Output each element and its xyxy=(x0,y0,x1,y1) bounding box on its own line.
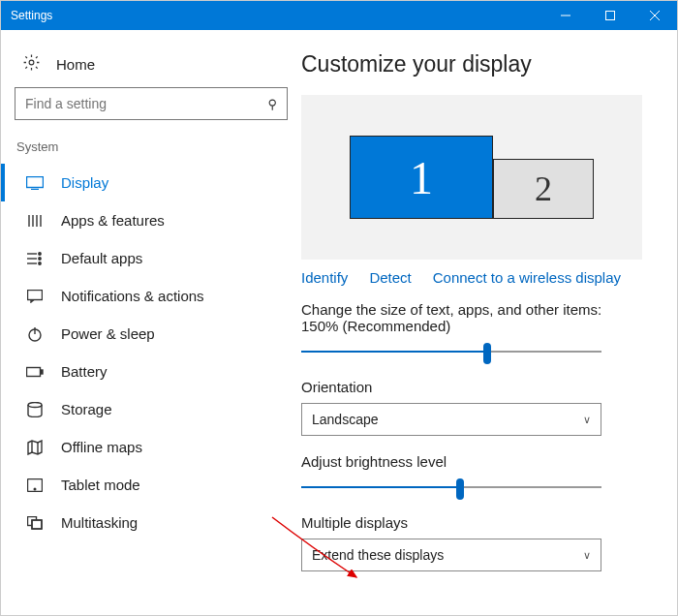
gear-icon xyxy=(22,53,41,76)
home-label: Home xyxy=(56,56,95,73)
scale-label: Change the size of text, apps, and other… xyxy=(301,301,642,334)
sidebar-item-apps[interactable]: Apps & features xyxy=(1,201,288,239)
sidebar-item-battery[interactable]: Battery xyxy=(1,353,288,390)
search-field[interactable] xyxy=(25,96,267,111)
svg-rect-28 xyxy=(32,520,42,529)
brightness-slider-thumb[interactable] xyxy=(456,478,464,500)
multiple-displays-label: Multiple displays xyxy=(301,514,642,531)
sidebar-item-default-apps[interactable]: Default apps xyxy=(1,239,288,277)
svg-point-26 xyxy=(34,488,36,490)
orientation-value: Landscape xyxy=(312,412,379,427)
orientation-select[interactable]: Landscape ∨ xyxy=(301,403,601,436)
brightness-slider-fill xyxy=(301,486,460,488)
battery-icon xyxy=(26,366,44,378)
monitor-2[interactable]: 2 xyxy=(493,159,594,219)
storage-icon xyxy=(26,402,44,417)
brightness-label: Adjust brightness level xyxy=(301,453,642,470)
scale-slider-thumb[interactable] xyxy=(483,343,491,364)
monitor-1[interactable]: 1 xyxy=(350,136,493,219)
nav-label: Battery xyxy=(61,363,108,380)
titlebar: Settings xyxy=(1,1,677,30)
svg-rect-17 xyxy=(28,290,43,299)
minimize-button[interactable] xyxy=(543,1,588,30)
notifications-icon xyxy=(26,290,44,303)
close-button[interactable] xyxy=(632,1,677,30)
display-preview[interactable]: 1 2 xyxy=(301,95,642,260)
wireless-display-link[interactable]: Connect to a wireless display xyxy=(433,269,621,286)
nav-label: Multitasking xyxy=(61,514,138,531)
svg-point-16 xyxy=(39,262,41,263)
window-controls xyxy=(543,1,677,30)
detect-link[interactable]: Detect xyxy=(369,269,411,286)
sidebar-item-multitasking[interactable]: Multitasking xyxy=(1,504,288,541)
main-panel: Customize your display 1 2 Identify Dete… xyxy=(301,30,677,615)
svg-point-15 xyxy=(39,257,41,259)
page-title: Customize your display xyxy=(301,51,642,77)
chevron-down-icon: ∨ xyxy=(583,414,591,426)
chevron-down-icon: ∨ xyxy=(583,549,591,562)
sidebar-item-tablet[interactable]: Tablet mode xyxy=(1,466,288,504)
default-apps-icon xyxy=(26,251,44,266)
display-icon xyxy=(26,176,44,190)
tablet-icon xyxy=(26,478,44,492)
nav-label: Offline maps xyxy=(61,439,142,455)
svg-rect-1 xyxy=(606,12,615,20)
home-button[interactable]: Home xyxy=(15,44,288,87)
identify-link[interactable]: Identify xyxy=(301,269,348,286)
power-icon xyxy=(26,326,44,342)
maximize-button[interactable] xyxy=(588,1,632,30)
multitasking-icon xyxy=(26,516,44,530)
nav-label: Default apps xyxy=(61,250,142,266)
display-links: Identify Detect Connect to a wireless di… xyxy=(301,269,642,286)
svg-rect-21 xyxy=(41,370,43,374)
window-title: Settings xyxy=(11,9,543,22)
scale-slider[interactable] xyxy=(301,342,601,361)
maps-icon xyxy=(26,440,44,455)
sidebar-item-power[interactable]: Power & sleep xyxy=(1,315,288,353)
nav-label: Power & sleep xyxy=(61,325,155,342)
multiple-displays-select[interactable]: Extend these displays ∨ xyxy=(301,539,601,571)
sidebar-item-maps[interactable]: Offline maps xyxy=(1,428,288,466)
nav-label: Storage xyxy=(61,401,112,417)
scale-slider-fill xyxy=(301,351,487,353)
nav-label: Display xyxy=(61,174,108,191)
nav-label: Apps & features xyxy=(61,212,165,229)
multiple-displays-value: Extend these displays xyxy=(312,547,444,563)
svg-point-22 xyxy=(28,402,42,407)
svg-point-4 xyxy=(29,60,34,65)
nav-label: Tablet mode xyxy=(61,477,140,493)
sidebar-item-display[interactable]: Display xyxy=(1,164,288,201)
sidebar: Home ⚲ System Display Apps & features De… xyxy=(1,30,301,615)
sidebar-item-storage[interactable]: Storage xyxy=(1,390,288,428)
svg-rect-5 xyxy=(27,176,44,187)
svg-rect-20 xyxy=(27,367,41,376)
nav-label: Notifications & actions xyxy=(61,288,204,304)
search-icon: ⚲ xyxy=(267,97,277,111)
search-input[interactable]: ⚲ xyxy=(15,87,288,120)
brightness-slider[interactable] xyxy=(301,477,601,497)
group-label: System xyxy=(15,138,288,164)
svg-point-14 xyxy=(39,252,41,254)
orientation-label: Orientation xyxy=(301,379,642,395)
sidebar-item-notifications[interactable]: Notifications & actions xyxy=(1,277,288,315)
apps-icon xyxy=(26,213,44,229)
